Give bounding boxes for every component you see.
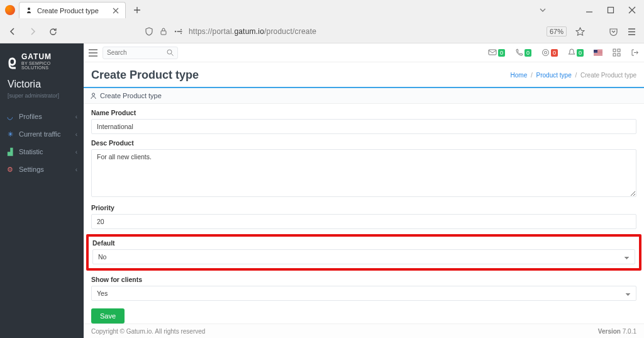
sidebar-item-profiles[interactable]: ◡ Profiles ‹ — [0, 108, 84, 125]
brand-sub: BY SEMPICO SOLUTIONS — [21, 61, 76, 70]
card-header: Create Product type — [84, 88, 644, 104]
tab-bar: Create Product type — [0, 0, 644, 20]
app: ϱ GATUM BY SEMPICO SOLUTIONS Victoria [s… — [0, 43, 644, 338]
search-box[interactable] — [103, 47, 178, 59]
tabs-dropdown-icon[interactable] — [538, 6, 547, 14]
permissions-icon — [174, 28, 184, 35]
notif-calls[interactable]: 0 — [515, 48, 531, 57]
name-label: Name Product — [91, 109, 636, 116]
forward-button[interactable] — [25, 24, 40, 39]
priority-label: Priority — [91, 204, 636, 211]
footer: Copyright © Gatum.io. All rights reserve… — [84, 324, 644, 338]
grid-icon[interactable] — [613, 48, 621, 57]
statistic-icon: ▟ — [6, 148, 14, 155]
star-icon[interactable] — [575, 27, 585, 37]
sidebar-item-settings[interactable]: ⚙ Settings ‹ — [0, 161, 84, 178]
chevron-left-icon: ‹ — [75, 131, 77, 138]
page-header: Create Product type Home / Product type … — [84, 62, 644, 88]
url-text: https://portal.gatum.io/product/create — [189, 27, 316, 36]
svg-rect-8 — [489, 50, 496, 55]
firefox-icon — [5, 5, 15, 15]
sidebar-item-traffic[interactable]: ✳ Current traffic ‹ — [0, 125, 84, 143]
field-default: Default No — [86, 234, 641, 271]
back-button[interactable] — [5, 24, 20, 39]
svg-point-0 — [28, 8, 30, 10]
default-label: Default — [92, 239, 635, 247]
minimize-button[interactable] — [585, 6, 594, 14]
chevron-left-icon: ‹ — [75, 149, 77, 155]
breadcrumb-parent[interactable]: Product type — [536, 72, 572, 79]
shield-icon — [145, 27, 153, 36]
logo: ϱ GATUM BY SEMPICO SOLUTIONS — [0, 43, 84, 75]
sidebar-item-label: Current traffic — [19, 130, 70, 138]
logout-icon[interactable] — [631, 48, 639, 57]
default-select[interactable]: No — [92, 249, 635, 264]
new-tab-button[interactable] — [130, 3, 145, 18]
field-priority: Priority — [91, 204, 636, 229]
pocket-icon[interactable] — [609, 27, 618, 37]
chevron-left-icon: ‹ — [75, 166, 77, 173]
menu-icon[interactable] — [627, 27, 636, 37]
search-input[interactable] — [107, 49, 164, 56]
svg-rect-13 — [613, 54, 616, 56]
svg-point-3 — [175, 31, 176, 32]
svg-point-9 — [542, 50, 548, 56]
brand-name: GATUM — [21, 52, 76, 61]
field-show-clients: Show for clients Yes — [91, 276, 636, 301]
menu-toggle-icon[interactable] — [89, 49, 97, 57]
svg-point-10 — [544, 52, 547, 54]
url-security-icons — [145, 27, 184, 36]
sidebar: ϱ GATUM BY SEMPICO SOLUTIONS Victoria [s… — [0, 43, 84, 338]
svg-rect-11 — [613, 49, 616, 52]
desc-input[interactable]: For all new clients. — [91, 149, 636, 197]
window-controls — [538, 6, 644, 14]
notif-messages[interactable]: 0 — [488, 49, 505, 57]
browser-tab[interactable]: Create Product type — [19, 2, 126, 18]
topbar-right: 0 0 0 0 — [488, 48, 639, 57]
close-icon[interactable] — [111, 6, 120, 15]
flag-icon[interactable] — [594, 50, 602, 56]
main: 0 0 0 0 — [84, 43, 644, 338]
name-input[interactable] — [91, 119, 636, 134]
svg-point-5 — [180, 29, 182, 30]
reload-button[interactable] — [45, 24, 60, 39]
svg-point-6 — [180, 33, 182, 34]
svg-rect-12 — [618, 49, 620, 52]
svg-point-7 — [167, 50, 172, 54]
priority-input[interactable] — [91, 214, 636, 229]
search-icon[interactable] — [167, 49, 174, 56]
notif-bell[interactable]: 0 — [568, 48, 584, 57]
sidebar-item-label: Settings — [19, 166, 70, 173]
zoom-indicator[interactable]: 67% — [547, 26, 567, 37]
profiles-icon: ◡ — [6, 113, 14, 120]
svg-rect-1 — [608, 8, 614, 13]
sidebar-item-statistic[interactable]: ▟ Statistic ‹ — [0, 143, 84, 161]
svg-rect-14 — [618, 54, 620, 56]
svg-rect-4 — [177, 31, 182, 32]
favicon-icon — [25, 6, 33, 15]
field-desc: Desc Product For all new clients. — [91, 139, 636, 199]
chevron-left-icon: ‹ — [75, 113, 77, 120]
user-name: Victoria — [0, 75, 84, 93]
breadcrumb-home[interactable]: Home — [511, 72, 528, 79]
traffic-icon: ✳ — [6, 130, 14, 138]
show-label: Show for clients — [91, 276, 636, 283]
tab-title: Create Product type — [37, 7, 108, 14]
browser-chrome: Create Product type — [0, 0, 644, 43]
card-icon — [90, 93, 97, 99]
show-select[interactable]: Yes — [91, 286, 636, 301]
notif-support[interactable]: 0 — [541, 48, 558, 57]
breadcrumb: Home / Product type / Create Product typ… — [511, 72, 636, 79]
save-button[interactable]: Save — [91, 308, 125, 324]
url-bar-right: 67% — [547, 26, 636, 37]
sidebar-item-label: Statistic — [19, 148, 70, 155]
copyright: Copyright © Gatum.io. All rights reserve… — [91, 328, 205, 335]
desc-label: Desc Product — [91, 139, 636, 147]
close-window-button[interactable] — [628, 6, 636, 14]
url-bar: https://portal.gatum.io/product/create 6… — [0, 20, 644, 43]
version: Version 7.0.1 — [598, 328, 636, 335]
svg-point-15 — [92, 93, 95, 96]
form-content: Name Product Desc Product For all new cl… — [84, 104, 644, 324]
address-bar[interactable]: https://portal.gatum.io/product/create — [65, 27, 541, 36]
maximize-button[interactable] — [606, 6, 615, 14]
